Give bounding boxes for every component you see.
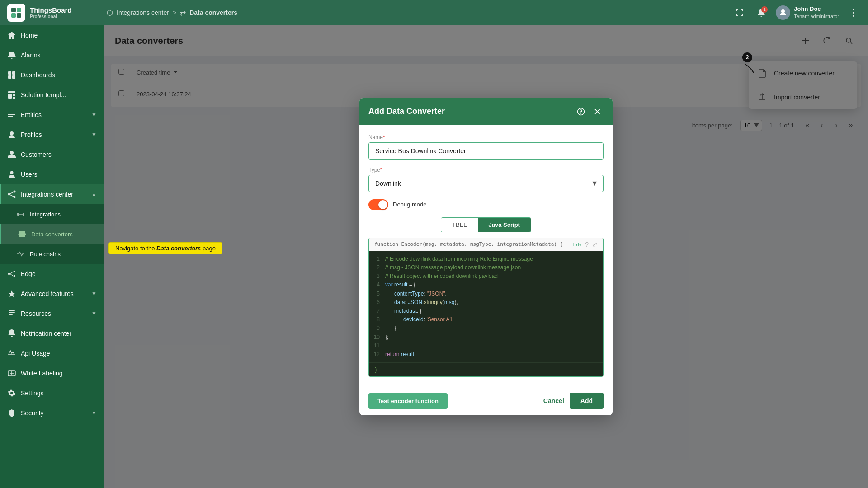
- code-editor: function Encoder(msg, metadata, msgType,…: [368, 238, 604, 377]
- modal-footer-right: Cancel Add 8 Add data converter: [543, 393, 604, 409]
- breadcrumb-parent: Integrations center: [117, 9, 169, 16]
- sidebar-resources-label: Resources: [21, 310, 87, 317]
- content-area: Navigate to the Data converters page Dat…: [104, 25, 868, 488]
- sidebar: Home Alarms Dashboards Solution templ...…: [0, 25, 104, 488]
- logo-sub: Professional: [30, 14, 72, 19]
- sidebar-item-advanced-features[interactable]: Advanced features ▼: [0, 284, 104, 304]
- svg-line-29: [10, 274, 14, 276]
- sidebar-security-label: Security: [21, 409, 87, 417]
- user-menu[interactable]: John Doe Tenant administrator: [776, 5, 839, 20]
- code-line-2: 2 // msg - JSON message payload downlink…: [369, 263, 603, 272]
- sidebar-item-white-labeling[interactable]: White Labeling: [0, 363, 104, 383]
- sidebar-item-notification-center[interactable]: Notification center: [0, 324, 104, 343]
- modal-header-actions: ✕: [575, 105, 604, 118]
- modal-close-button[interactable]: ✕: [591, 105, 604, 118]
- sidebar-item-alarms[interactable]: Alarms: [0, 45, 104, 65]
- sidebar-item-resources[interactable]: Resources ▼: [0, 304, 104, 324]
- sidebar-home-label: Home: [21, 32, 97, 39]
- sidebar-item-users[interactable]: Users: [0, 164, 104, 184]
- sidebar-item-dashboards[interactable]: Dashboards: [0, 65, 104, 85]
- tidy-button[interactable]: Tidy: [572, 242, 581, 247]
- modal-footer: Test encoder function Cancel Add 8 Add d…: [359, 386, 613, 415]
- svg-rect-24: [23, 213, 24, 216]
- add-button[interactable]: Add: [570, 393, 604, 409]
- sidebar-item-solution-templates[interactable]: Solution templ...: [0, 85, 104, 105]
- sidebar-settings-label: Settings: [21, 389, 97, 397]
- sidebar-sub-integrations: Integrations Data converters 1 Rule chai…: [0, 204, 104, 264]
- entities-expand-icon: ▼: [91, 112, 97, 118]
- breadcrumb-separator: >: [173, 9, 176, 16]
- toggle-knob: [378, 200, 387, 209]
- svg-rect-10: [8, 75, 11, 79]
- sidebar-item-home[interactable]: Home: [0, 25, 104, 45]
- code-editor-body[interactable]: 1 // Encode downlink data from incoming …: [369, 251, 603, 362]
- svg-line-28: [10, 272, 14, 274]
- debug-toggle[interactable]: [368, 199, 388, 210]
- sidebar-item-security[interactable]: Security ▼: [0, 403, 104, 423]
- sidebar-item-customers[interactable]: Customers: [0, 145, 104, 164]
- logo: ThingsBoard Professional: [7, 4, 107, 22]
- cancel-button[interactable]: Cancel: [543, 397, 564, 404]
- code-header-text: function Encoder(msg, metadata, msgType,…: [374, 241, 563, 247]
- svg-point-19: [14, 191, 16, 193]
- test-encoder-button[interactable]: Test encoder function: [368, 393, 448, 409]
- code-expand-icon[interactable]: ⤢: [592, 241, 598, 248]
- profiles-expand-icon: ▼: [91, 131, 97, 138]
- sidebar-item-settings[interactable]: Settings: [0, 383, 104, 403]
- notifications-icon[interactable]: 1: [754, 5, 769, 20]
- sidebar-item-integrations-center[interactable]: Integrations center ▲: [0, 184, 104, 204]
- code-line-1: 1 // Encode downlink data from incoming …: [369, 255, 603, 263]
- type-select[interactable]: Downlink Uplink: [368, 175, 604, 192]
- fullscreen-icon[interactable]: [732, 5, 747, 20]
- svg-rect-23: [17, 213, 19, 216]
- modal-help-button[interactable]: [575, 105, 587, 118]
- svg-rect-27: [14, 275, 15, 277]
- script-tabs-container: TBEL Java Script 6 Choose JavaScript fun…: [368, 217, 604, 232]
- topbar: ThingsBoard Professional ⬡ Integrations …: [0, 0, 868, 25]
- step1-tooltip: Navigate to the Data converters page: [108, 242, 222, 254]
- debug-label: Debug mode: [393, 201, 426, 208]
- type-label: Type*: [368, 167, 604, 173]
- svg-point-7: [853, 15, 854, 17]
- code-help-icon[interactable]: ?: [585, 241, 589, 248]
- type-form-group: Type* Downlink Uplink ▼ 4 Selec: [368, 167, 604, 192]
- tbel-tab[interactable]: TBEL: [441, 218, 478, 232]
- name-input[interactable]: [368, 142, 604, 160]
- step2-badge: 2: [742, 52, 752, 62]
- sidebar-api-label: Api Usage: [21, 350, 97, 357]
- svg-point-16: [10, 131, 14, 135]
- svg-rect-32: [9, 314, 13, 315]
- code-editor-header: function Encoder(msg, metadata, msgType,…: [369, 238, 603, 251]
- step2-annotation: 2: [742, 52, 752, 62]
- svg-point-4: [781, 9, 785, 13]
- sidebar-users-label: Users: [21, 171, 97, 178]
- sidebar-white-labeling-label: White Labeling: [21, 370, 97, 377]
- code-line-8: 8 deviceId: 'Sensor A1': [369, 315, 603, 324]
- sidebar-item-profiles[interactable]: Profiles ▼: [0, 125, 104, 145]
- sidebar-item-entities[interactable]: Entities ▼: [0, 105, 104, 125]
- svg-rect-0: [11, 8, 16, 12]
- code-line-11: 11: [369, 342, 603, 350]
- svg-rect-9: [12, 71, 15, 75]
- type-select-wrapper: Downlink Uplink ▼: [368, 175, 604, 192]
- resources-expand-icon: ▼: [91, 310, 97, 317]
- code-line-9: 9 }: [369, 324, 603, 333]
- name-form-group: Name* 3 Enter the data converter name: [368, 134, 604, 160]
- step1-annotation: Navigate to the Data converters page: [108, 242, 222, 254]
- more-icon[interactable]: [846, 5, 861, 20]
- javascript-tab[interactable]: Java Script: [478, 218, 531, 232]
- modal-header: Add Data Converter ✕: [359, 98, 613, 125]
- svg-rect-11: [12, 75, 15, 79]
- logo-text: ThingsBoard: [30, 6, 72, 14]
- svg-rect-12: [8, 91, 15, 93]
- sidebar-item-rule-chains[interactable]: Rule chains: [0, 244, 104, 264]
- sidebar-item-edge[interactable]: Edge: [0, 264, 104, 284]
- svg-point-18: [8, 193, 10, 196]
- code-footer-text: }: [374, 367, 377, 373]
- sidebar-item-api-usage[interactable]: Api Usage: [0, 343, 104, 363]
- svg-rect-1: [17, 8, 21, 12]
- sidebar-item-data-converters[interactable]: Data converters 1: [0, 224, 104, 244]
- breadcrumb-current: Data converters: [189, 9, 237, 16]
- add-converter-modal: Add Data Converter ✕ Name*: [359, 98, 613, 415]
- sidebar-item-integrations[interactable]: Integrations: [0, 204, 104, 224]
